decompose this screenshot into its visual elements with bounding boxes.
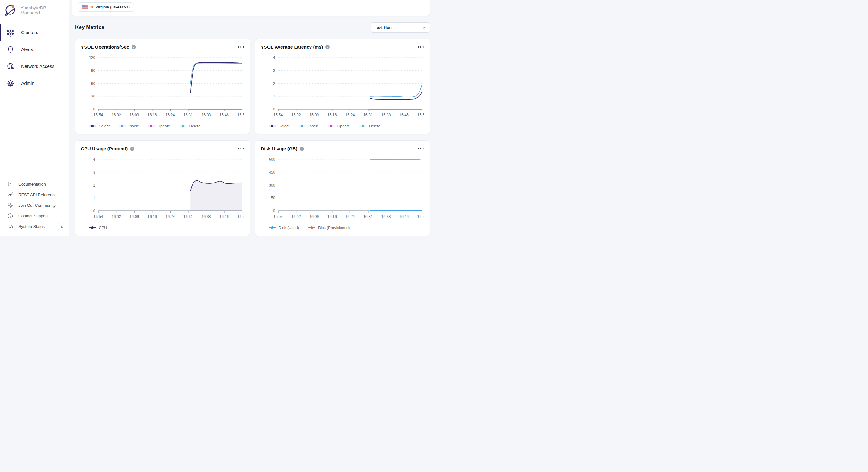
chart-menu-button[interactable]	[417, 45, 424, 49]
svg-text:2: 2	[93, 183, 95, 187]
sidebar-item-alerts[interactable]: Alerts	[0, 41, 68, 58]
main-content: N. Virginia (us-east-1) Key Metrics Last…	[69, 0, 434, 236]
svg-text:2: 2	[273, 82, 275, 86]
svg-text:3: 3	[273, 68, 275, 73]
chart-legend: CPU	[89, 224, 245, 231]
cluster-header-card: N. Virginia (us-east-1)	[71, 0, 430, 16]
sidebar: YugabyteDB Managed Clusters Alerts	[0, 0, 69, 236]
svg-text:0: 0	[93, 107, 95, 112]
legend-marker-icon	[89, 124, 96, 128]
chart-menu-button[interactable]	[237, 45, 245, 49]
svg-text:16:54: 16:54	[238, 113, 245, 117]
svg-text:16:38: 16:38	[381, 215, 391, 219]
chart-legend: Disk (Used)Disk (Provisioned)	[269, 224, 424, 231]
svg-text:16:16: 16:16	[328, 113, 337, 117]
region-chip-label: N. Virginia (us-east-1)	[90, 5, 130, 9]
legend-marker-icon	[179, 124, 187, 128]
sidebar-item-rest-api-reference[interactable]: REST API Reference	[0, 190, 68, 200]
footer-item-label: Contact Support	[19, 214, 48, 218]
svg-text:4: 4	[93, 158, 95, 162]
sidebar-item-label: Network Access	[21, 64, 54, 69]
svg-text:600: 600	[269, 158, 275, 162]
legend-item: Update	[328, 124, 350, 128]
us-flag-icon	[82, 5, 88, 9]
footer-item-label: System Status	[19, 224, 45, 229]
bell-icon	[7, 45, 14, 54]
svg-text:16:24: 16:24	[165, 215, 175, 219]
sidebar-item-documentation[interactable]: Documentation	[0, 179, 68, 190]
legend-marker-icon	[269, 226, 276, 229]
svg-text:16:31: 16:31	[363, 113, 373, 117]
svg-text:16:38: 16:38	[381, 113, 391, 117]
info-icon[interactable]: i	[300, 147, 304, 151]
info-icon[interactable]: i	[130, 147, 134, 151]
svg-text:90: 90	[91, 68, 95, 73]
svg-text:16:31: 16:31	[184, 113, 193, 117]
svg-text:300: 300	[269, 183, 275, 187]
svg-text:16:46: 16:46	[219, 215, 229, 219]
svg-text:16:16: 16:16	[328, 215, 337, 219]
sidebar-item-contact-support[interactable]: Contact Support	[0, 211, 68, 221]
collapse-chevrons-icon: «	[61, 224, 63, 229]
region-chip[interactable]: N. Virginia (us-east-1)	[78, 2, 134, 12]
legend-item: Select	[269, 124, 289, 128]
chart-title: YSQL Average Latency (ms)	[261, 44, 323, 50]
brand[interactable]: YugabyteDB Managed	[0, 0, 68, 20]
svg-text:16:02: 16:02	[112, 113, 121, 117]
info-icon[interactable]: i	[326, 45, 330, 49]
legend-item: Disk (Used)	[269, 225, 299, 230]
chart-menu-button[interactable]	[417, 147, 424, 151]
time-range-select[interactable]: Last Hour	[371, 22, 430, 33]
info-icon[interactable]: i	[132, 45, 136, 49]
svg-text:120: 120	[89, 56, 95, 60]
chart-card-ysql-operations: YSQL Operations/Sec i 030609012015:5416:…	[75, 39, 250, 134]
clusters-icon	[7, 29, 14, 36]
svg-text:16:09: 16:09	[309, 113, 319, 117]
legend-item: Update	[148, 124, 170, 128]
svg-text:0: 0	[93, 209, 95, 213]
legend-marker-icon	[299, 124, 306, 128]
svg-text:15:54: 15:54	[94, 113, 103, 117]
question-circle-icon	[7, 213, 13, 219]
legend-item: Disk (Provisioned)	[308, 225, 350, 230]
legend-label: Disk (Provisioned)	[318, 225, 350, 230]
svg-text:15:54: 15:54	[273, 113, 283, 117]
svg-text:450: 450	[269, 170, 275, 175]
legend-item: Select	[89, 124, 110, 128]
svg-text:16:16: 16:16	[148, 113, 157, 117]
cloud-status-icon	[7, 224, 13, 229]
chart-menu-button[interactable]	[237, 147, 245, 151]
sidebar-item-admin[interactable]: Admin	[0, 75, 68, 92]
svg-text:4: 4	[273, 56, 275, 60]
footer-item-label: Documentation	[19, 182, 46, 187]
svg-text:15:54: 15:54	[94, 215, 103, 219]
globe-gear-icon	[7, 62, 14, 70]
svg-text:16:46: 16:46	[219, 113, 229, 117]
legend-item: Insert	[299, 124, 318, 128]
legend-label: Update	[337, 124, 350, 128]
sidebar-item-join-community[interactable]: Join Our Community	[0, 200, 68, 211]
disk-usage-chart: 015030045060015:5416:0216:0916:1616:2416…	[261, 154, 424, 223]
svg-text:1: 1	[273, 94, 275, 98]
legend-item: Delete	[359, 124, 380, 128]
svg-text:16:24: 16:24	[165, 113, 175, 117]
svg-text:16:02: 16:02	[112, 215, 121, 219]
sidebar-collapse-button[interactable]: «	[58, 223, 65, 230]
chart-legend: SelectInsertUpdateDelete	[269, 122, 424, 129]
legend-marker-icon	[328, 124, 335, 128]
sidebar-item-clusters[interactable]: Clusters	[0, 24, 68, 41]
legend-label: CPU	[99, 225, 107, 230]
page-head: Key Metrics Last Hour	[75, 22, 430, 33]
svg-text:16:16: 16:16	[148, 215, 157, 219]
slack-icon	[7, 202, 13, 208]
svg-text:16:02: 16:02	[291, 215, 301, 219]
legend-marker-icon	[119, 124, 126, 128]
sidebar-item-system-status[interactable]: System Status «	[0, 221, 68, 232]
svg-text:16:38: 16:38	[201, 113, 211, 117]
cpu-usage-chart: 0123415:5416:0216:0916:1616:2416:3116:38…	[81, 154, 245, 223]
svg-text:1: 1	[93, 196, 95, 200]
svg-text:16:54: 16:54	[417, 215, 424, 219]
sidebar-item-network-access[interactable]: Network Access	[0, 58, 68, 75]
sidebar-nav: Clusters Alerts	[0, 24, 68, 92]
svg-text:16:09: 16:09	[129, 215, 139, 219]
